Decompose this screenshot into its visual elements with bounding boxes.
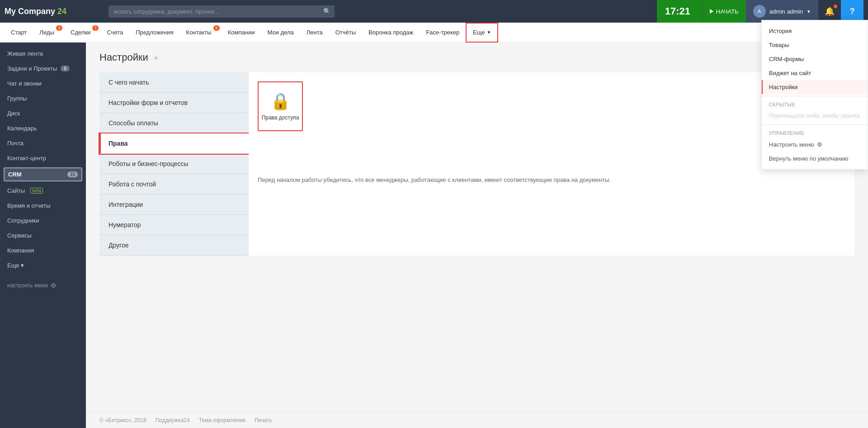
sidebar-item-contact-center[interactable]: Контакт-центр [0,151,86,166]
settings-item-forms-reports[interactable]: Настройки форм и отчетов [99,93,249,113]
sidebar-item-mail[interactable]: Почта [0,136,86,151]
footer-support-link[interactable]: Поддержка24 [156,417,190,423]
header-right: 17:21 НАЧАТЬ A admin admin ▼ 🔔 ? [657,0,863,23]
tab-funnel[interactable]: Воронка продаж [362,23,420,43]
dropdown-item-crm-forms[interactable]: CRM-формы [762,52,868,66]
leads-badge: 3 [56,25,62,31]
dropdown-item-history[interactable]: История [762,24,868,38]
page-content: Настройки ★ С чего начать Настройки форм… [86,43,868,412]
favorite-star-icon[interactable]: ★ [153,53,159,62]
dropdown-customize-menu[interactable]: Настроить меню ⚙ [762,138,868,152]
help-label: ? [850,7,855,16]
sidebar-item-sites[interactable]: Сайты beta [0,183,86,198]
tab-my-deals[interactable]: Мои дела [261,23,300,43]
settings-item-rights[interactable]: Права [99,133,249,154]
lock-icon: 🔒 [270,92,291,111]
logo: My Company 24 [5,7,99,16]
user-menu[interactable]: A admin admin ▼ [746,0,818,23]
sidebar-item-crm[interactable]: CRM 15 [4,167,82,181]
sites-beta-badge: beta [30,188,42,194]
more-label: Еще [473,29,485,36]
sidebar-item-services[interactable]: Сервисы [0,228,86,243]
customize-menu-button[interactable]: настроить меню ⚙ [0,276,86,295]
dropdown-item-widget[interactable]: Виджет на сайт [762,66,868,80]
access-rights-info: Перед началом работы убедитесь, что все … [258,176,845,183]
footer-theme-link[interactable]: Тема оформления [199,417,245,423]
dropdown-reset-menu[interactable]: Вернуть меню по умолчанию [762,152,868,166]
sidebar-item-live-feed[interactable]: Живая лента [0,46,86,61]
settings-item-other[interactable]: Другое [99,235,249,256]
chevron-down-icon: ▼ [807,9,811,14]
dropdown-overlay: История Товары CRM-формы Виджет на сайт … [761,20,868,170]
settings-item-numerator[interactable]: Нумератор [99,215,249,235]
tab-deals[interactable]: Сделки 7 [64,23,100,43]
dropdown-separator [762,96,868,96]
settings-layout: С чего начать Настройки форм и отчетов С… [99,72,854,256]
tab-start[interactable]: Старт [5,23,33,43]
sidebar-item-time-reports[interactable]: Время и отчеты [0,198,86,213]
tab-proposals[interactable]: Предложения [129,23,179,43]
tab-reports[interactable]: Отчёты [329,23,362,43]
settings-item-robots[interactable]: Роботы и бизнес-процессы [99,154,249,174]
search-icon: 🔍 [323,8,331,15]
footer: © «Битрикс», 2018 Поддержка24 Тема оформ… [86,412,868,428]
sidebar-item-tasks[interactable]: Задачи и Проекты 6 [0,61,86,76]
dropdown-hidden-section-header: СКРЫТЫЕ [762,98,868,109]
settings-menu: С чего начать Настройки форм и отчетов С… [99,72,249,256]
avatar: A [753,5,766,18]
sidebar: Живая лента Задачи и Проекты 6 Чат и зво… [0,43,86,428]
gear-icon: ⚙ [51,282,57,289]
sidebar-item-chat[interactable]: Чат и звонки [0,76,86,91]
tab-companies[interactable]: Компании [222,23,261,43]
dropdown-manage-section-header: УПРАВЛЕНИЕ [762,127,868,138]
play-icon [710,9,713,14]
settings-item-payment[interactable]: Способы оплаты [99,113,249,133]
more-dropdown-menu: История Товары CRM-формы Виджет на сайт … [761,20,868,170]
page-title-container: Настройки ★ [99,52,854,63]
tasks-badge: 6 [61,66,70,71]
start-button[interactable]: НАЧАТЬ [702,0,746,23]
notifications-button[interactable]: 🔔 [818,0,841,23]
sidebar-item-calendar[interactable]: Календарь [0,121,86,136]
user-name: admin admin [769,8,803,15]
main-layout: Живая лента Задачи и Проекты 6 Чат и зво… [0,43,868,428]
tab-face-tracker[interactable]: Face-трекер [420,23,466,43]
top-header: My Company 24 🔍 17:21 НАЧАТЬ A admin adm… [0,0,868,23]
settings-item-integrations[interactable]: Интеграции [99,195,249,215]
dropdown-drag-area: Перетащите сюда, чтобы скрыть [762,109,868,123]
dropdown-separator-2 [762,124,868,125]
sidebar-item-company[interactable]: Компания [0,243,86,258]
bell-icon: 🔔 [825,6,835,16]
tab-leads[interactable]: Лиды 3 [33,23,64,43]
search-input[interactable] [108,5,335,18]
notification-badge [834,5,837,8]
footer-print-link[interactable]: Печать [255,417,272,423]
contacts-badge: 5 [213,25,220,31]
help-button[interactable]: ? [841,0,863,23]
access-rights-card[interactable]: 🔒 Права доступа [258,81,303,131]
sidebar-item-more[interactable]: Еще ▾ [0,258,86,273]
tab-contacts[interactable]: Контакты 5 [180,23,222,43]
customize-menu-label: Настроить меню [769,141,814,148]
customize-label: настроить меню [7,282,48,289]
top-navigation: Старт Лиды 3 Сделки 7 Счета Предложения … [0,23,868,43]
tab-more[interactable]: Еще ▼ [466,23,498,43]
tab-feed[interactable]: Лента [300,23,329,43]
access-rights-label: Права доступа [262,114,299,121]
footer-copyright: © «Битрикс», 2018 [99,417,146,423]
dropdown-item-settings[interactable]: Настройки [762,80,868,94]
sidebar-item-disk[interactable]: Диск [0,106,86,121]
logo-number: 24 [57,7,66,16]
sidebar-item-groups[interactable]: Группы [0,91,86,106]
sidebar-item-employees[interactable]: Сотрудники [0,213,86,228]
tab-invoices[interactable]: Счета [100,23,129,43]
settings-item-start[interactable]: С чего начать [99,72,249,93]
dropdown-item-goods[interactable]: Товары [762,38,868,52]
start-label: НАЧАТЬ [716,8,739,15]
page-title: Настройки [99,52,148,63]
more-arrow: ▼ [487,30,491,35]
settings-gear-icon: ⚙ [817,141,822,148]
crm-badge: 15 [67,171,78,177]
settings-item-mail-work[interactable]: Работа с почтой [99,174,249,195]
search-bar: 🔍 [108,5,335,18]
